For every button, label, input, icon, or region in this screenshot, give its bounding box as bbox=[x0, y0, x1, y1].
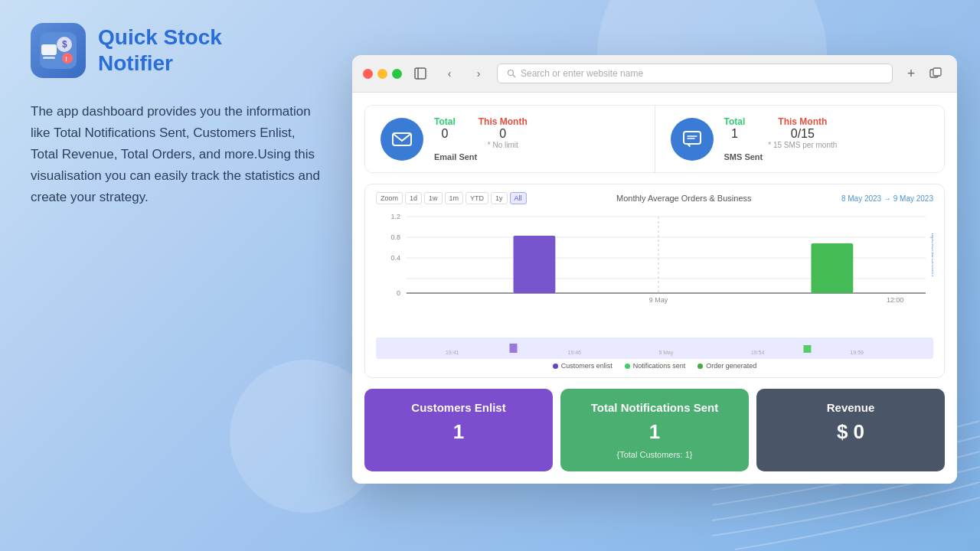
svg-rect-4 bbox=[43, 57, 55, 59]
order-generated-label: Order generated bbox=[706, 362, 756, 370]
svg-point-9 bbox=[508, 70, 514, 76]
svg-text:19:41: 19:41 bbox=[446, 350, 459, 355]
svg-text:9 May: 9 May bbox=[658, 350, 673, 356]
sms-metrics: Total 1 This Month 0/15 * 15 SMS per mon… bbox=[724, 116, 838, 149]
legend-customers-enlist: Customers enlist bbox=[553, 362, 612, 370]
zoom-1y-btn[interactable]: 1y bbox=[491, 192, 508, 204]
forward-button[interactable]: › bbox=[468, 63, 489, 84]
email-icon bbox=[390, 128, 413, 151]
customers-enlist-label: Customers enlist bbox=[561, 362, 612, 370]
notifications-sent-title: Total Notifications Sent bbox=[591, 401, 718, 414]
svg-text:19:46: 19:46 bbox=[568, 350, 582, 355]
sms-total-label: Total bbox=[724, 116, 746, 127]
sms-icon bbox=[681, 128, 704, 151]
revenue-value: $ 0 bbox=[837, 420, 864, 444]
maximize-button[interactable] bbox=[392, 69, 402, 79]
svg-rect-34 bbox=[803, 345, 811, 353]
notifications-sent-sub: {Total Customers: 1} bbox=[616, 450, 692, 459]
search-icon bbox=[507, 69, 516, 78]
sms-total-metric: Total 1 bbox=[724, 116, 746, 149]
email-note: * No limit bbox=[488, 141, 518, 149]
svg-rect-14 bbox=[684, 132, 701, 144]
new-tab-button[interactable]: + bbox=[900, 63, 922, 84]
zoom-1d-btn[interactable]: 1d bbox=[405, 192, 422, 204]
email-sent-card: Total 0 This Month 0 * No limit Email Se… bbox=[365, 106, 655, 172]
svg-text:12:00: 12:00 bbox=[887, 296, 903, 304]
customers-enlist-value: 1 bbox=[453, 420, 464, 444]
email-month-label: This Month bbox=[479, 116, 528, 127]
chart-header: Zoom 1d 1w 1m YTD 1y All Monthly Average… bbox=[376, 192, 933, 204]
revenue-card: Revenue $ 0 bbox=[756, 389, 945, 471]
svg-text:9 May: 9 May bbox=[649, 296, 668, 304]
svg-rect-33 bbox=[510, 344, 518, 353]
notifications-sent-card: Total Notifications Sent 1 {Total Custom… bbox=[560, 389, 749, 471]
app-description: The app dashboard provides you the infor… bbox=[31, 101, 322, 208]
zoom-controls: Zoom 1d 1w 1m YTD 1y All bbox=[376, 192, 527, 204]
dashboard-content: Total 0 This Month 0 * No limit Email Se… bbox=[352, 93, 957, 484]
sms-total-value: 1 bbox=[731, 127, 738, 141]
svg-rect-7 bbox=[415, 68, 426, 79]
minimize-button[interactable] bbox=[377, 69, 387, 79]
legend-order-generated: Order generated bbox=[697, 362, 756, 370]
close-button[interactable] bbox=[363, 69, 373, 79]
svg-point-5 bbox=[62, 53, 73, 64]
svg-text:!: ! bbox=[65, 55, 67, 63]
svg-text:0.4: 0.4 bbox=[390, 254, 400, 262]
back-button[interactable]: ‹ bbox=[439, 63, 460, 84]
sidebar-toggle-button[interactable] bbox=[410, 63, 431, 84]
svg-rect-12 bbox=[933, 68, 941, 76]
svg-text:19:59: 19:59 bbox=[851, 350, 864, 355]
sms-icon-circle bbox=[671, 118, 714, 161]
chart-mini-nav[interactable]: 19:41 19:46 9 May 19:54 19:59 bbox=[376, 337, 933, 359]
email-sent-info: Total 0 This Month 0 * No limit Email Se… bbox=[434, 116, 528, 161]
sms-note: * 15 SMS per month bbox=[768, 141, 837, 149]
sms-month-value: 0/15 bbox=[791, 127, 815, 141]
address-bar[interactable]: Search or enter website name bbox=[497, 64, 893, 83]
svg-text:apexcharts.com: apexcharts.com bbox=[930, 233, 933, 277]
app-title: Quick StockNotifier bbox=[98, 24, 222, 76]
svg-text:19:54: 19:54 bbox=[751, 350, 765, 355]
svg-rect-26 bbox=[514, 236, 556, 293]
zoom-all-btn[interactable]: All bbox=[510, 192, 527, 204]
sms-sent-info: Total 1 This Month 0/15 * 15 SMS per mon… bbox=[724, 116, 838, 161]
svg-rect-27 bbox=[811, 243, 853, 293]
svg-line-10 bbox=[513, 75, 515, 77]
zoom-zoom-btn[interactable]: Zoom bbox=[376, 192, 403, 204]
email-month-metric: This Month 0 * No limit bbox=[479, 116, 528, 149]
svg-text:0: 0 bbox=[397, 289, 400, 297]
address-placeholder: Search or enter website name bbox=[521, 68, 643, 79]
svg-text:0.8: 0.8 bbox=[390, 233, 400, 241]
customers-enlist-title: Customers Enlist bbox=[411, 401, 505, 414]
zoom-1w-btn[interactable]: 1w bbox=[424, 192, 443, 204]
notifications-sent-label: Notifications sent bbox=[633, 362, 686, 370]
revenue-title: Revenue bbox=[827, 401, 875, 414]
app-icon: $ ! bbox=[31, 23, 86, 78]
customers-enlist-card: Customers Enlist 1 bbox=[364, 389, 553, 471]
chart-mini-svg: 19:41 19:46 9 May 19:54 19:59 bbox=[376, 337, 933, 359]
svg-text:1.2: 1.2 bbox=[390, 213, 400, 220]
sms-month-label: This Month bbox=[778, 116, 827, 127]
email-sent-label: Email Sent bbox=[434, 152, 528, 161]
chart-svg: 1.2 0.8 0.4 0 9 May 12:00 apexcharts.com bbox=[376, 209, 933, 308]
zoom-ytd-btn[interactable]: YTD bbox=[466, 192, 488, 204]
email-icon-circle bbox=[381, 118, 423, 161]
zoom-1m-btn[interactable]: 1m bbox=[445, 192, 464, 204]
chart-section: Zoom 1d 1w 1m YTD 1y All Monthly Average… bbox=[364, 184, 945, 378]
stats-row: Total 0 This Month 0 * No limit Email Se… bbox=[364, 105, 945, 173]
email-month-value: 0 bbox=[499, 127, 506, 141]
bottom-cards: Customers Enlist 1 Total Notifications S… bbox=[364, 389, 945, 471]
legend-notifications-sent: Notifications sent bbox=[625, 362, 686, 370]
browser-window: ‹ › Search or enter website name + bbox=[352, 55, 957, 484]
sms-sent-label: SMS Sent bbox=[724, 152, 838, 161]
order-generated-dot bbox=[697, 364, 703, 369]
chart-svg-wrapper: 1.2 0.8 0.4 0 9 May 12:00 apexcharts.com bbox=[376, 209, 933, 334]
notifications-sent-dot bbox=[625, 364, 630, 369]
customers-enlist-dot bbox=[553, 364, 558, 369]
svg-text:$: $ bbox=[62, 39, 67, 50]
browser-actions: + bbox=[900, 63, 946, 84]
traffic-lights bbox=[363, 69, 402, 79]
email-total-metric: Total 0 bbox=[434, 116, 456, 149]
chart-legend: Customers enlist Notifications sent Orde… bbox=[376, 362, 933, 370]
tabs-button[interactable] bbox=[925, 63, 946, 84]
chart-title: Monthly Average Orders & Business bbox=[527, 194, 841, 203]
